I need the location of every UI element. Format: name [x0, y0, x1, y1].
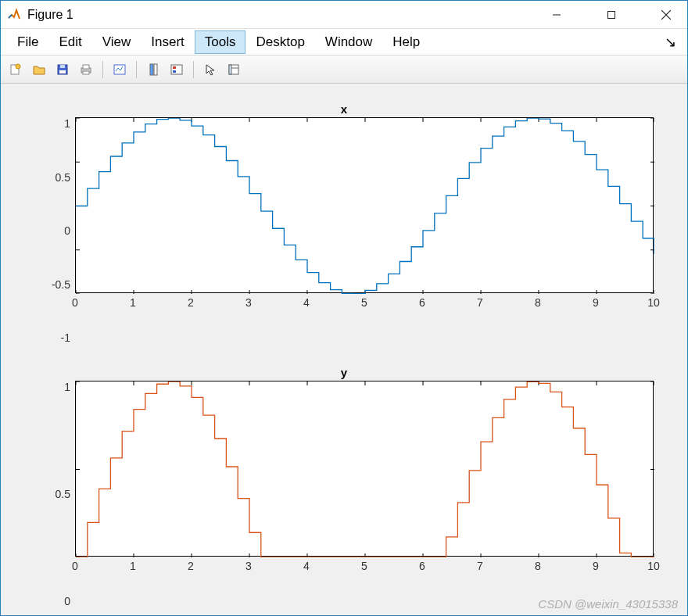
- edit-plot-cursor-button[interactable]: [200, 59, 220, 80]
- figure-window: Figure 1 File Edit View Insert Tools Des…: [0, 0, 688, 616]
- menu-window[interactable]: Window: [315, 30, 382, 54]
- insert-colorbar-button[interactable]: [143, 59, 163, 80]
- subplot-2-axes[interactable]: [75, 381, 654, 557]
- matlab-icon: [7, 8, 21, 22]
- minimize-button[interactable]: [539, 3, 575, 27]
- titlebar: Figure 1: [1, 1, 687, 29]
- menu-file[interactable]: File: [7, 30, 48, 54]
- menu-insert[interactable]: Insert: [141, 30, 195, 54]
- figure-area: x 10.50-0.5-1 012345678910 y: [1, 84, 687, 615]
- subplot-2: y 10.50 012345678910: [7, 366, 681, 607]
- svg-rect-16: [173, 66, 176, 69]
- new-figure-button[interactable]: [5, 59, 26, 80]
- open-file-button[interactable]: [29, 59, 49, 80]
- subplot-1-yticks: 10.50-0.5-1: [34, 117, 75, 344]
- subplot-2-xticks: 012345678910: [75, 557, 654, 572]
- subplot-1: x 10.50-0.5-1 012345678910: [7, 102, 681, 344]
- menu-view[interactable]: View: [92, 30, 142, 54]
- insert-legend-button[interactable]: [167, 59, 187, 80]
- svg-rect-1: [608, 11, 615, 18]
- svg-rect-7: [59, 70, 66, 73]
- svg-rect-15: [171, 65, 182, 74]
- menu-edit[interactable]: Edit: [48, 30, 91, 54]
- svg-rect-13: [150, 64, 153, 75]
- menu-desktop[interactable]: Desktop: [245, 30, 314, 54]
- subplot-1-axes[interactable]: [75, 117, 654, 293]
- toolbar: [1, 56, 687, 84]
- svg-rect-20: [229, 65, 231, 74]
- save-button[interactable]: [52, 59, 73, 80]
- menu-help[interactable]: Help: [382, 30, 430, 54]
- subplot-2-yticks: 10.50: [34, 381, 75, 607]
- property-inspector-button[interactable]: [224, 59, 244, 80]
- maximize-button[interactable]: [593, 3, 629, 27]
- svg-rect-11: [83, 71, 89, 74]
- svg-rect-8: [60, 65, 65, 68]
- svg-point-5: [16, 64, 20, 69]
- link-plot-button[interactable]: [109, 59, 130, 80]
- subplot-1-title: x: [341, 102, 347, 116]
- subplot-1-xticks: 012345678910: [75, 293, 654, 309]
- window-title: Figure 1: [27, 8, 73, 22]
- menu-dock-icon[interactable]: ↘: [665, 34, 681, 51]
- toolbar-separator: [102, 61, 103, 78]
- print-button[interactable]: [76, 59, 96, 80]
- svg-rect-14: [154, 64, 157, 75]
- toolbar-separator: [193, 61, 194, 78]
- menubar: File Edit View Insert Tools Desktop Wind…: [1, 29, 687, 56]
- menu-tools[interactable]: Tools: [195, 30, 246, 54]
- close-button[interactable]: [648, 3, 684, 27]
- subplot-2-title: y: [341, 366, 347, 379]
- svg-rect-17: [173, 70, 176, 73]
- svg-rect-10: [83, 65, 89, 69]
- toolbar-separator: [136, 61, 137, 78]
